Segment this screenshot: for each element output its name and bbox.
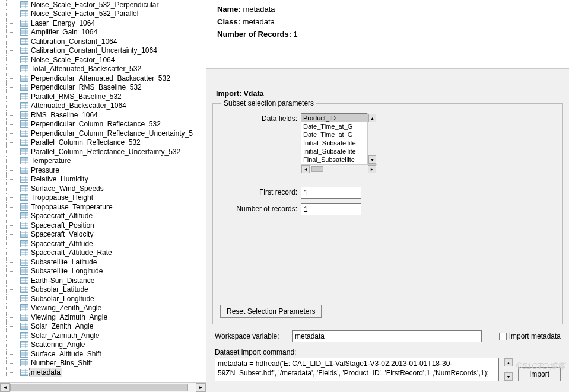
- workspace-var-input[interactable]: [292, 330, 482, 342]
- listbox-item[interactable]: Date_Time_at_G: [301, 122, 367, 130]
- num-records-input[interactable]: [301, 203, 361, 215]
- tree-item[interactable]: Subsatellite_Longitude: [2, 267, 206, 276]
- scroll-down-icon[interactable]: ▼: [504, 372, 513, 381]
- tree-item[interactable]: Laser_Energy_1064: [2, 18, 206, 28]
- dataset-icon: [20, 203, 28, 211]
- tree-item[interactable]: Tropopause_Height: [2, 193, 206, 203]
- dataset-icon: [20, 286, 28, 293]
- dataset-icon: [20, 359, 28, 366]
- tree-item-label: Perpendicular_Column_Reflectance_Uncerta…: [31, 129, 193, 138]
- dataset-icon: [20, 56, 28, 63]
- tree-item-label: Laser_Energy_1064: [31, 19, 95, 27]
- import-title: Import: Vdata: [216, 90, 563, 98]
- workspace-var-label: Workspace variable:: [215, 332, 292, 340]
- scroll-thumb[interactable]: [10, 384, 188, 391]
- scroll-left-icon[interactable]: ◄: [301, 165, 310, 173]
- tree-item-label: Noise_Scale_Factor_532_Perpendicular: [31, 1, 158, 9]
- dataset-icon: [20, 120, 28, 128]
- tree-item[interactable]: Spacecraft_Velocity: [2, 230, 206, 240]
- tree-item[interactable]: Subsolar_Longitude: [2, 294, 206, 304]
- tree-item[interactable]: Earth-Sun_Distance: [2, 276, 206, 285]
- dataset-icon: [20, 130, 28, 137]
- reset-button[interactable]: Reset Selection Parameters: [220, 305, 322, 318]
- tree-item[interactable]: Tropopause_Temperature: [2, 202, 206, 212]
- tree-item-label: Noise_Scale_Factor_1064: [31, 56, 115, 64]
- listbox-item[interactable]: Date_Time_at_G: [301, 130, 367, 139]
- scroll-up-icon[interactable]: ▲: [368, 114, 376, 122]
- dataset-icon: [20, 20, 28, 27]
- tree-item-label: Spacecraft_Position: [31, 221, 94, 230]
- tree-item[interactable]: Attenuated_Backscatter_1064: [2, 101, 206, 111]
- tree-item-label: Subsatellite_Latitude: [31, 258, 97, 266]
- listbox-item[interactable]: Initial_Subsatellite: [301, 147, 367, 155]
- tree-item[interactable]: Temperature: [2, 157, 206, 166]
- tree-item[interactable]: Surface_Wind_Speeds: [2, 184, 206, 193]
- scroll-down-icon[interactable]: ▼: [368, 155, 376, 164]
- tree-item-label: Spacecraft_Altitude: [31, 212, 93, 220]
- scroll-right-icon[interactable]: ►: [368, 165, 376, 173]
- num-records-label: Number of records:: [236, 203, 301, 213]
- listbox-item[interactable]: Final_Subsatellite: [301, 155, 367, 164]
- tree-item[interactable]: Spacecraft_Altitude: [2, 212, 206, 221]
- tree-item[interactable]: Number_Bins_Shift: [2, 359, 206, 368]
- tree-item[interactable]: Spacecraft_Attitude_Rate: [2, 248, 206, 258]
- tree-item[interactable]: Noise_Scale_Factor_532_Perpendicular: [2, 0, 206, 9]
- scroll-left-button[interactable]: ◄: [0, 383, 10, 392]
- tree-item[interactable]: Solar_Zenith_Angle: [2, 322, 206, 332]
- tree-item[interactable]: Parallel_RMS_Baseline_532: [2, 92, 206, 101]
- tree-h-scrollbar[interactable]: ◄ ►: [0, 382, 206, 392]
- import-metadata-label: Import metadata: [509, 332, 561, 340]
- tree-item[interactable]: metadata: [2, 368, 206, 377]
- import-metadata-checkbox-wrap[interactable]: Import metadata: [499, 332, 561, 340]
- tree-item-label: Parallel_Column_Reflectance_532: [31, 138, 141, 146]
- dataset-icon: [20, 1, 28, 8]
- command-textbox[interactable]: metadata = hdfread('E: CAL_LID_L1-ValSta…: [215, 358, 499, 381]
- tree-item[interactable]: Spacecraft_Attitude: [2, 239, 206, 248]
- tree-item[interactable]: Relative_Humidity: [2, 175, 206, 184]
- data-fields-listbox[interactable]: Product_IDDate_Time_at_GDate_Time_at_GIn…: [301, 113, 367, 164]
- tree-item-label: Surface_Altitude_Shift: [31, 350, 101, 358]
- tree-item[interactable]: Perpendicular_Column_Reflectance_532: [2, 120, 206, 129]
- dataset-icon: [20, 194, 28, 201]
- command-scrollbar[interactable]: ▲ ▼: [504, 358, 513, 381]
- scroll-track[interactable]: [10, 383, 196, 392]
- subset-legend: Subset selection parameters: [221, 99, 316, 107]
- tree-item[interactable]: Calibration_Constant_Uncertainty_1064: [2, 46, 206, 56]
- scroll-thumb[interactable]: [311, 166, 323, 172]
- scroll-right-button[interactable]: ►: [196, 383, 206, 392]
- import-button[interactable]: Import: [518, 367, 561, 381]
- listbox-v-scrollbar[interactable]: ▲ ▼: [367, 113, 377, 164]
- tree-item[interactable]: Perpendicular_Attenuated_Backscatter_532: [2, 74, 206, 83]
- tree-item[interactable]: Noise_Scale_Factor_532_Parallel: [2, 9, 206, 19]
- tree-item[interactable]: Total_Attenuated_Backscatter_532: [2, 65, 206, 74]
- subset-fieldset: Subset selection parameters Data fields:…: [212, 99, 563, 324]
- tree-item-label: Calibration_Constant_1064: [31, 37, 117, 46]
- tree-item[interactable]: Perpendicular_Column_Reflectance_Uncerta…: [2, 129, 206, 138]
- tree-item[interactable]: Amplifier_Gain_1064: [2, 28, 206, 37]
- tree-item[interactable]: Noise_Scale_Factor_1064: [2, 55, 206, 65]
- tree-item[interactable]: Parallel_Column_Reflectance_532: [2, 138, 206, 148]
- listbox-item[interactable]: Initial_Subsatellite: [301, 139, 367, 147]
- tree-item[interactable]: Perpendicular_RMS_Baseline_532: [2, 83, 206, 93]
- tree-item[interactable]: Solar_Azimuth_Angle: [2, 331, 206, 340]
- import-metadata-checkbox[interactable]: [499, 333, 507, 340]
- tree-item[interactable]: Pressure: [2, 165, 206, 175]
- tree-item[interactable]: Viewing_Azimuth_Angle: [2, 313, 206, 322]
- tree-item[interactable]: Calibration_Constant_1064: [2, 37, 206, 46]
- listbox-h-scrollbar[interactable]: ◄ ►: [301, 164, 377, 174]
- dataset-icon: [20, 332, 28, 339]
- tree-item[interactable]: Parallel_Column_Reflectance_Uncertainty_…: [2, 147, 206, 157]
- tree-item[interactable]: Spacecraft_Position: [2, 221, 206, 230]
- tree-item-label: Scattering_Angle: [31, 340, 85, 349]
- tree-item[interactable]: Subsatellite_Latitude: [2, 257, 206, 267]
- tree-item[interactable]: RMS_Baseline_1064: [2, 110, 206, 120]
- tree-item[interactable]: Viewing_Zenith_Angle: [2, 304, 206, 313]
- first-record-input[interactable]: [301, 187, 361, 199]
- scroll-up-icon[interactable]: ▲: [504, 358, 513, 366]
- dataset-icon: [20, 369, 28, 376]
- tree-item[interactable]: Surface_Altitude_Shift: [2, 349, 206, 359]
- tree-body[interactable]: Noise_Scale_Factor_532_PerpendicularNois…: [0, 0, 206, 382]
- tree-item[interactable]: Subsolar_Latitude: [2, 285, 206, 295]
- listbox-item[interactable]: Product_ID: [301, 114, 367, 122]
- tree-item[interactable]: Scattering_Angle: [2, 340, 206, 350]
